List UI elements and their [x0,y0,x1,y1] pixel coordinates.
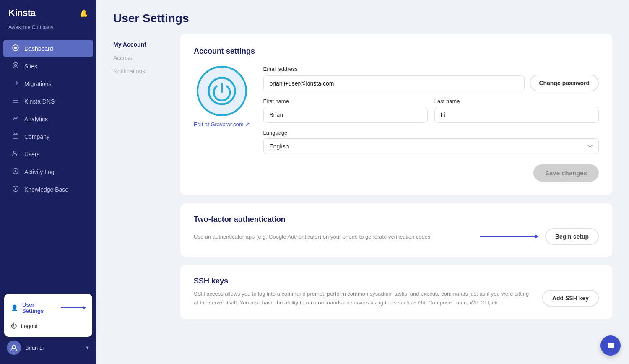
sidebar-item-label: Company [24,133,49,140]
account-settings-card: Account settings Edit at Gravatar.com [180,34,612,195]
company-icon [12,133,19,140]
bell-icon[interactable]: 🔔 [80,9,88,17]
email-label: Email address [263,66,599,72]
main-content: My Account Access Notifications Account … [96,34,629,364]
email-field[interactable] [263,75,525,91]
form-section: Email address Change password First name [263,66,599,182]
last-name-label: Last name [434,98,599,104]
sidebar-item-label: Analytics [24,116,48,122]
avatar-circle [197,66,247,116]
account-settings-body: Edit at Gravatar.com ↗ Email address Cha… [194,66,599,182]
company-name: Awesome Company [0,23,96,36]
email-group: Email address Change password [263,66,599,91]
svg-point-3 [15,65,17,67]
save-row: Save changes [263,164,599,182]
gravatar-link[interactable]: Edit at Gravatar.com ↗ [194,121,250,127]
user-settings-label: User Settings [22,302,57,314]
user-menu-popup: 👤 User Settings ⏻ Logout [4,294,92,337]
begin-setup-button[interactable]: Begin setup [545,228,599,245]
svg-point-7 [15,170,16,172]
settings-nav-notifications[interactable]: Notifications [113,65,180,78]
sidebar-item-dashboard[interactable]: Dashboard [3,40,93,57]
logout-icon: ⏻ [11,322,17,329]
sidebar-item-label: Migrations [24,81,52,87]
logout-menu-item[interactable]: ⏻ Logout [4,318,92,333]
power-icon [207,76,237,106]
analytics-icon [12,115,19,123]
user-settings-icon: 👤 [11,304,18,311]
language-select[interactable]: English [263,138,599,154]
language-label: Language [263,130,599,136]
change-password-button[interactable]: Change password [530,75,599,91]
ssh-keys-card: SSH keys SSH access allows you to log in… [180,265,612,319]
sidebar-item-kinsta-dns[interactable]: Kinsta DNS [3,93,93,110]
svg-point-9 [15,188,16,190]
language-group: Language English [263,130,599,154]
user-settings-menu-item[interactable]: 👤 User Settings [4,297,92,318]
first-name-group: First name [263,98,428,123]
sidebar-item-label: Kinsta DNS [24,98,55,105]
settings-nav: My Account Access Notifications [113,34,180,356]
page-title: User Settings [113,12,612,25]
last-name-field[interactable] [434,107,599,123]
sidebar-item-label: Activity Log [24,169,55,175]
users-icon [12,150,19,158]
avatar [7,341,21,355]
svg-point-5 [13,151,16,153]
two-factor-card: Two-factor authentication Use an authent… [180,203,612,257]
name-row: First name Last name [263,98,599,123]
external-link-icon: ↗ [245,121,250,127]
sidebar-item-users[interactable]: Users [3,146,93,163]
migrations-icon [12,80,19,88]
two-factor-title: Two-factor authentication [194,215,599,224]
tfa-arrow-line [480,236,538,237]
two-factor-description: Use an authenticator app (e.g. Google Au… [194,234,471,240]
dns-icon [12,97,19,105]
two-factor-body: Use an authenticator app (e.g. Google Au… [194,228,599,245]
sites-icon [12,62,19,70]
sidebar-item-label: Knowledge Base [24,186,68,193]
sidebar-item-analytics[interactable]: Analytics [3,110,93,127]
svg-point-1 [14,47,17,49]
ssh-keys-title: SSH keys [194,277,599,286]
sidebar-item-activity-log[interactable]: Activity Log [3,163,93,180]
chat-icon [606,341,615,350]
knowledge-base-icon [12,185,19,193]
sidebar-user-name: Brian Li [25,345,81,351]
sidebar-item-label: Sites [24,63,37,70]
add-ssh-key-button[interactable]: Add SSH key [542,290,599,307]
svg-point-10 [12,345,16,348]
settings-nav-access[interactable]: Access [113,51,180,65]
chat-bubble[interactable] [600,335,621,356]
ssh-body: SSH access allows you to log into a comm… [194,290,599,307]
settings-nav-my-account[interactable]: My Account [113,38,180,51]
first-name-field[interactable] [263,107,428,123]
avatar-section: Edit at Gravatar.com ↗ [194,66,250,182]
svg-rect-4 [13,134,18,138]
sidebar-item-label: Dashboard [24,45,53,52]
sidebar-item-knowledge-base[interactable]: Knowledge Base [3,181,93,198]
chevron-down-icon: ▼ [85,345,90,350]
sidebar-item-label: Users [24,151,40,158]
sidebar-item-company[interactable]: Company [3,128,93,145]
main-content-area: User Settings My Account Access Notifica… [96,0,629,364]
main-nav: Dashboard Sites Migrations Kinsta DNS An… [0,36,96,331]
svg-point-2 [13,63,18,68]
sidebar: Kinsta 🔔 Awesome Company Dashboard Sites… [0,0,96,364]
last-name-group: Last name [434,98,599,123]
sidebar-item-sites[interactable]: Sites [3,57,93,75]
kinsta-logo: Kinsta [8,8,35,18]
email-row: Change password [263,75,599,91]
save-changes-button[interactable]: Save changes [533,164,599,182]
sidebar-top: Kinsta 🔔 [0,0,96,23]
first-name-label: First name [263,98,428,104]
logout-label: Logout [21,323,38,329]
sidebar-bottom: 👤 User Settings ⏻ Logout Brian Li ▼ [0,331,96,364]
sidebar-item-migrations[interactable]: Migrations [3,75,93,92]
dashboard-icon [12,44,19,52]
ssh-description: SSH access allows you to log into a comm… [194,290,534,307]
account-settings-title: Account settings [194,47,599,56]
activity-log-icon [12,168,19,176]
sidebar-user[interactable]: Brian Li ▼ [0,335,96,360]
page-header: User Settings [96,0,629,34]
